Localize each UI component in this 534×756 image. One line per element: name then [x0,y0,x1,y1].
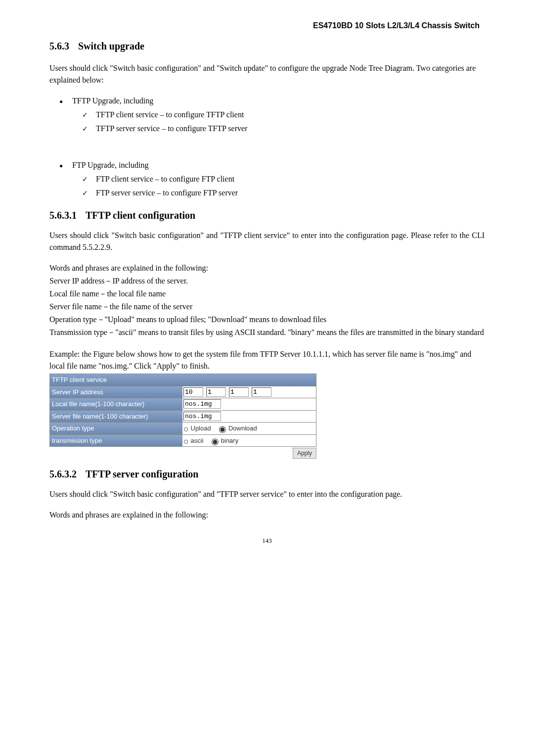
check-tftp-server: TFTP server service – to configure TFTP … [89,123,485,135]
bullet-tftp-upgrade-title: TFTP Upgrade, including [72,96,153,105]
ip-octet-2[interactable] [206,387,226,397]
check-ftp-server: FTP server service – to configure FTP se… [89,187,485,199]
section-5631-intro: Users should click "Switch basic configu… [49,230,485,253]
ip-octet-3[interactable] [229,387,249,397]
radio-download[interactable]: ◉ Download [219,424,257,433]
row-server-file: Server file name(1-100 character) [49,411,316,423]
bullet-ftp-upgrade: FTP Upgrade, including FTP client servic… [63,159,485,199]
section-5631-l3: Local file name－the local file name [49,288,485,300]
radio-ascii[interactable]: ○ ascii [183,436,204,446]
row-operation-type: Operation type ○ Upload ◉ Download [49,423,316,435]
section-5631-l5: Operation type－"Upload" means to upload … [49,314,485,326]
section-5631-l6: Transmission type－"ascii" means to trans… [49,327,485,338]
section-5631-l4: Server file name－the file name of the se… [49,301,485,313]
section-5632-intro: Users should click "Switch basic configu… [49,488,485,500]
heading-5631-title: TFTP client configuration [86,210,195,221]
bullet-ftp-upgrade-title: FTP Upgrade, including [72,161,149,169]
label-transmission-type: transmission type [50,435,182,447]
label-local-file: Local file name(1-100 character) [50,398,182,410]
radio-binary[interactable]: ◉ binary [211,436,238,446]
tftp-form-title: TFTP client service [49,374,316,386]
radio-ascii-label: ascii [191,437,204,444]
heading-5632: 5.6.3.2TFTP server configuration [49,467,485,481]
heading-5632-title: TFTP server configuration [86,469,199,479]
row-transmission-type: transmission type ○ ascii ◉ binary [49,435,316,447]
heading-563-title: Switch upgrade [78,41,144,51]
heading-563: 5.6.3Switch upgrade [49,39,485,53]
row-server-ip: Server IP address [49,386,316,399]
apply-button[interactable]: Apply [293,448,316,459]
label-server-ip: Server IP address [50,386,182,398]
label-server-file: Server file name(1-100 character) [50,411,182,423]
radio-download-label: Download [228,425,257,432]
radio-binary-label: binary [221,437,238,444]
page-number: 143 [49,536,485,546]
label-operation-type: Operation type [50,423,182,434]
heading-5631-num: 5.6.3.1 [49,210,77,221]
check-tftp-client: TFTP client service – to configure TFTP … [89,109,485,121]
section-563-intro: Users should click "Switch basic configu… [49,62,485,86]
section-5632-l1: Words and phrases are explained in the f… [49,509,485,521]
section-5631-example: Example: the Figure below shows how to g… [49,348,485,372]
tftp-client-form: TFTP client service Server IP address Lo… [49,374,316,459]
heading-563-num: 5.6.3 [49,41,69,51]
ip-octet-1[interactable] [183,387,203,397]
ip-octet-4[interactable] [252,387,271,397]
row-local-file: Local file name(1-100 character) [49,398,316,411]
heading-5631: 5.6.3.1TFTP client configuration [49,208,485,223]
input-server-file[interactable] [183,412,221,421]
input-local-file[interactable] [183,399,221,409]
section-5631-l2: Server IP address－IP address of the serv… [49,275,485,287]
section-5631-l1: Words and phrases are explained in the f… [49,262,485,274]
bullet-tftp-upgrade: TFTP Upgrade, including TFTP client serv… [63,95,485,135]
apply-row: Apply [49,447,316,459]
document-header: ES4710BD 10 Slots L2/L3/L4 Chassis Switc… [49,20,485,32]
radio-upload[interactable]: ○ Upload [183,424,211,433]
check-ftp-client: FTP client service – to configure FTP cl… [89,173,485,185]
heading-5632-num: 5.6.3.2 [49,469,77,479]
radio-upload-label: Upload [191,425,211,432]
